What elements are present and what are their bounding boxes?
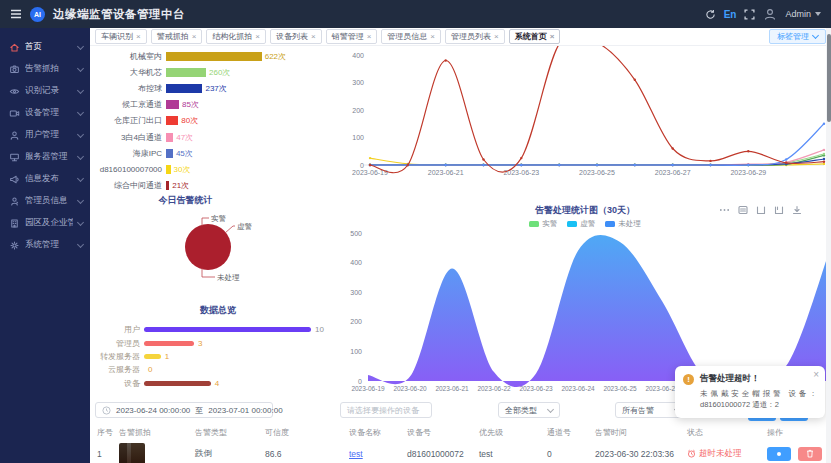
gear-icon — [9, 240, 20, 251]
tab-2[interactable]: 结构化抓拍 × — [206, 29, 266, 44]
top-header: AI 边缘端监管设备管理中台 En Admin — [0, 0, 831, 28]
bar-category-label: 3白4白通道 — [94, 132, 166, 143]
scrollbar-thumb[interactable] — [827, 34, 831, 122]
sidebar-item-3[interactable]: 设备管理 — [0, 102, 90, 124]
svg-text:2023-06-29: 2023-06-29 — [730, 169, 766, 176]
chevron-down-icon — [77, 130, 84, 137]
tab-bar: 车辆识别 × 警戒抓拍 × 结构化抓拍 × 设备列表 × 销警管理 × 管理员信… — [90, 28, 831, 46]
sidebar-item-7[interactable]: 管理员信息 — [0, 190, 90, 212]
table-header-cell: 序号 — [95, 424, 117, 441]
restore-icon[interactable] — [756, 205, 766, 215]
tab-4[interactable]: 销警管理 × — [326, 29, 378, 44]
sidebar-item-4[interactable]: 用户管理 — [0, 124, 90, 146]
tag-options-button[interactable]: 标签管理 — [769, 29, 826, 44]
bar-row[interactable]: 大华机芯 260次 — [94, 64, 336, 80]
svg-text:2023-06-22: 2023-06-22 — [477, 385, 511, 392]
chevron-down-icon — [77, 42, 84, 49]
bar — [166, 149, 173, 158]
chevron-down-icon — [77, 108, 84, 115]
legend-label: 未处理 — [618, 219, 641, 229]
bar-row[interactable]: d8160100007000 30次 — [94, 161, 336, 177]
tab-0[interactable]: 车辆识别 × — [95, 29, 147, 44]
vertical-scrollbar[interactable] — [826, 28, 831, 463]
user-icon — [9, 130, 20, 141]
tab-1[interactable]: 警戒抓拍 × — [151, 29, 203, 44]
svg-text:2023-06-27: 2023-06-27 — [655, 169, 691, 176]
bar-row[interactable]: 仓库正门出口 80次 — [94, 113, 336, 129]
bar-category-label: d8160100007000 — [94, 165, 166, 174]
sidebar-item-label: 信息发布 — [25, 173, 73, 185]
sidebar-item-1[interactable]: 告警抓拍 — [0, 58, 90, 80]
dataview-icon[interactable] — [738, 205, 748, 215]
sidebar-item-2[interactable]: 识别记录 — [0, 80, 90, 102]
more-icon[interactable] — [719, 205, 730, 215]
bar-row[interactable]: 海康IPC 45次 — [94, 145, 336, 161]
bar-row[interactable]: 候工京通道 85次 — [94, 97, 336, 113]
chevron-down-icon — [815, 12, 821, 16]
tab-7[interactable]: 系统首页 × — [509, 29, 561, 44]
bar — [166, 84, 202, 93]
close-icon[interactable]: × — [192, 33, 197, 41]
user-menu[interactable]: Admin — [785, 9, 821, 19]
sidebar-item-label: 管理员信息 — [25, 195, 73, 207]
overview-row[interactable]: 用户 10 — [90, 323, 346, 336]
legend-item[interactable]: 实警 — [529, 219, 557, 229]
trash-icon — [806, 449, 814, 458]
close-icon[interactable]: × — [367, 33, 372, 41]
magic-icon[interactable] — [774, 205, 784, 215]
svg-text:100: 100 — [352, 134, 364, 141]
alarm-time: 2023-06-30 22:03:36 — [593, 441, 685, 463]
sidebar-item-5[interactable]: 服务器管理 — [0, 146, 90, 168]
clock-icon — [102, 406, 111, 415]
close-icon[interactable]: × — [550, 33, 555, 41]
svg-text:200: 200 — [350, 318, 362, 325]
close-icon[interactable]: × — [430, 33, 435, 41]
type-select[interactable]: 全部类型 — [498, 402, 560, 418]
device-select-input[interactable]: 请选择要操作的设备 — [340, 402, 432, 418]
close-icon[interactable]: × — [494, 33, 499, 41]
tab-5[interactable]: 管理员信息 × — [381, 29, 441, 44]
sidebar-item-6[interactable]: 信息发布 — [0, 168, 90, 190]
delete-button[interactable] — [798, 447, 822, 461]
svg-text:2023-06-21: 2023-06-21 — [428, 169, 464, 176]
svg-text:2023-06-21: 2023-06-21 — [435, 385, 469, 392]
language-toggle[interactable]: En — [724, 9, 737, 20]
overview-row[interactable]: 管理员 3 — [90, 336, 346, 349]
legend-label: 实警 — [542, 219, 557, 229]
admin-icon — [9, 196, 20, 207]
chart-toolbox — [719, 204, 802, 216]
sidebar-item-9[interactable]: 系统管理 — [0, 234, 90, 256]
alarm-thumbnail[interactable] — [119, 443, 145, 463]
download-icon[interactable] — [792, 205, 802, 215]
legend-item[interactable]: 未处理 — [605, 219, 641, 229]
overview-row[interactable]: 设备 4 — [90, 377, 346, 390]
channel-no: 0 — [545, 441, 593, 463]
fullscreen-icon[interactable] — [744, 9, 755, 20]
broadcast-icon — [9, 174, 20, 185]
close-icon[interactable]: × — [255, 33, 260, 41]
bar-row[interactable]: 3白4白通道 47次 — [94, 129, 336, 145]
tab-3[interactable]: 设备列表 × — [270, 29, 322, 44]
overview-row[interactable]: 云服务器 0 — [90, 363, 346, 376]
avatar[interactable] — [763, 7, 777, 21]
tab-6[interactable]: 管理员列表 × — [445, 29, 505, 44]
sidebar-item-0[interactable]: 首页 — [0, 36, 90, 58]
close-icon[interactable]: × — [311, 33, 316, 41]
view-button[interactable] — [767, 447, 791, 461]
close-icon[interactable]: × — [813, 370, 819, 380]
hamburger-menu-icon[interactable] — [10, 9, 22, 19]
date-range-picker[interactable]: 2023-06-24 00:00:00 至 2023-07-01 00:00:0… — [95, 402, 273, 418]
status-badge: 超时未处理 — [687, 448, 742, 460]
refresh-icon[interactable] — [705, 9, 716, 20]
camera-icon — [9, 64, 20, 75]
legend-item[interactable]: 虚警 — [567, 219, 595, 229]
device-name-link[interactable]: test — [349, 449, 363, 459]
bar-row[interactable]: 布控球 237次 — [94, 80, 336, 96]
sidebar-item-8[interactable]: 园区及企业管理 — [0, 212, 90, 234]
bar-row[interactable]: 综合中间通道 21次 — [94, 178, 336, 194]
eye-icon — [9, 86, 20, 97]
overview-row[interactable]: 转发服务器 1 — [90, 350, 346, 363]
close-icon[interactable]: × — [136, 33, 141, 41]
bar-row[interactable]: 机械室内 622次 — [94, 48, 336, 64]
priority: test — [477, 441, 545, 463]
